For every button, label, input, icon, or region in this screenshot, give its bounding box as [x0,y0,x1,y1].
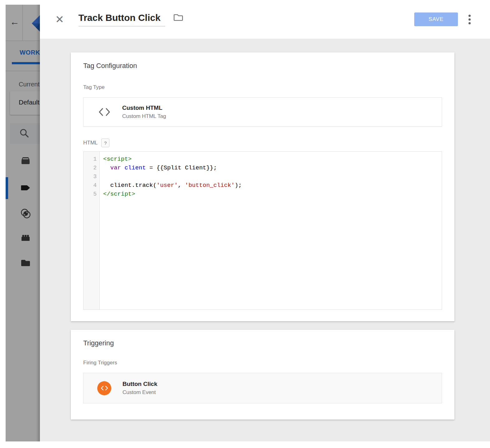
folder-icon[interactable] [173,13,183,23]
help-icon[interactable]: ? [101,139,109,147]
triggering-heading: Triggering [83,339,442,347]
tag-name-value: Track Button Click [79,12,161,23]
triggering-card: Triggering Firing Triggers Button Click … [71,330,454,420]
tag-name-field[interactable]: Track Button Click [79,12,165,27]
background-app: ← WORK Current Default [6,5,40,441]
more-options-icon[interactable] [468,15,471,24]
close-icon[interactable]: ✕ [55,14,64,25]
trigger-text: Button Click Custom Event [122,381,157,396]
tag-configuration-card: Tag Configuration Tag Type Custom HTML C… [71,52,454,321]
modal-body: Tag Configuration Tag Type Custom HTML C… [40,39,490,420]
modal-edge-shadow [36,5,40,441]
custom-event-icon [97,381,111,395]
tag-configuration-heading: Tag Configuration [83,62,442,70]
html-label: HTML [83,140,98,146]
tag-editor-modal: ✕ Track Button Click SAVE Tag Configurat… [40,0,490,441]
trigger-name: Button Click [122,381,157,387]
tag-type-name: Custom HTML [122,105,166,111]
firing-triggers-label: Firing Triggers [83,360,442,366]
code-editor-content[interactable]: <script> var client = {{Split Client}}; … [100,152,242,309]
code-editor-gutter: 12345 [84,152,100,309]
html-label-row: HTML ? [83,139,442,147]
tag-type-label: Tag Type [83,84,442,90]
tag-type-selector[interactable]: Custom HTML Custom HTML Tag [83,97,442,127]
tag-type-text: Custom HTML Custom HTML Tag [122,105,166,119]
trigger-row[interactable]: Button Click Custom Event [83,373,442,403]
save-button[interactable]: SAVE [414,12,458,26]
code-brackets-icon [98,108,111,116]
tag-type-description: Custom HTML Tag [122,113,166,119]
modal-header: ✕ Track Button Click SAVE [40,0,490,39]
code-editor[interactable]: 12345 <script> var client = {{Split Clie… [83,151,442,310]
modal-scrim [6,5,40,441]
trigger-type: Custom Event [122,389,157,396]
